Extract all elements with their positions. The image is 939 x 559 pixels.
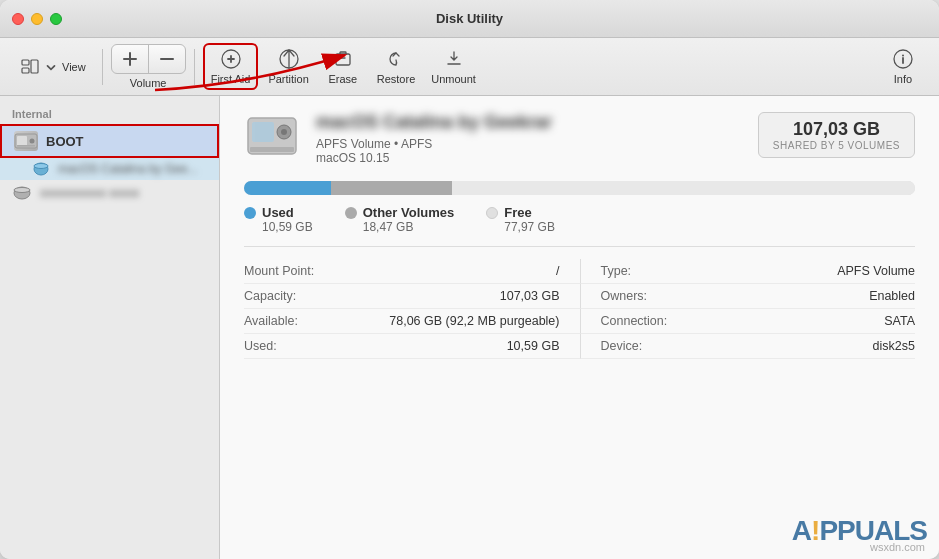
connection-label: Connection: — [601, 314, 668, 328]
mount-point-value: / — [556, 264, 559, 278]
capacity-label: Capacity: — [244, 289, 296, 303]
first-aid-icon — [220, 48, 242, 70]
first-aid-label: First Aid — [211, 73, 251, 85]
sidebar-volume-label: macOS Catalina by Gee... — [58, 162, 197, 176]
sidebar-item-extra[interactable]: xxxxxxxxxxx xxxxx — [0, 180, 219, 206]
detail-sub1: APFS Volume • APFS — [316, 137, 742, 151]
maximize-button[interactable] — [50, 13, 62, 25]
sidebar-disk-label: BOOT — [46, 134, 84, 149]
detail-size-box: 107,03 GB SHARED BY 5 VOLUMES — [758, 112, 915, 158]
detail-panel: macOS Catalina by Geekrar APFS Volume • … — [220, 96, 939, 559]
detail-name: macOS Catalina by Geekrar — [316, 112, 742, 133]
free-value: 77,97 GB — [504, 220, 555, 234]
chevron-down-icon — [44, 60, 58, 74]
mount-point-label: Mount Point: — [244, 264, 314, 278]
connection-value: SATA — [884, 314, 915, 328]
erase-label: Erase — [328, 73, 357, 85]
view-label: View — [62, 61, 86, 73]
volume-icon-extra — [12, 185, 32, 201]
info-icon — [892, 48, 914, 70]
capacity-row: Capacity: 107,03 GB — [244, 284, 580, 309]
sidebar: Internal BOOT — [0, 96, 220, 559]
info-button[interactable]: Info — [879, 44, 927, 89]
erase-button[interactable]: Erase — [319, 44, 367, 89]
view-button[interactable]: View — [12, 53, 94, 81]
wsxdn-watermark: wsxdn.com — [870, 537, 925, 555]
disk-drive-icon — [14, 131, 38, 151]
used-row: Used: 10,59 GB — [244, 334, 580, 359]
partition-label: Partition — [268, 73, 308, 85]
free-dot — [486, 207, 498, 219]
type-row: Type: APFS Volume — [580, 259, 916, 284]
progress-used-bar — [244, 181, 331, 195]
used-dot — [244, 207, 256, 219]
progress-other-bar — [331, 181, 452, 195]
minus-icon — [157, 49, 177, 69]
owners-row: Owners: Enabled — [580, 284, 916, 309]
volume-remove-button[interactable] — [149, 45, 185, 73]
svg-point-19 — [281, 129, 287, 135]
restore-icon — [385, 48, 407, 70]
sidebar-extra-label: xxxxxxxxxxx xxxxx — [40, 186, 139, 200]
detail-size-shared: SHARED BY 5 VOLUMES — [773, 140, 900, 151]
volume-add-button[interactable] — [112, 45, 149, 73]
used-field-value: 10,59 GB — [507, 339, 560, 353]
volume-label: Volume — [130, 77, 167, 89]
main-content: Internal BOOT — [0, 96, 939, 559]
first-aid-button[interactable]: First Aid — [203, 43, 259, 90]
legend-free: Free 77,97 GB — [486, 205, 555, 234]
toolbar: View Volume — [0, 38, 939, 96]
svg-rect-9 — [17, 136, 27, 146]
legend-other: Other Volumes 18,47 GB — [345, 205, 455, 234]
partition-icon — [278, 48, 300, 70]
other-label: Other Volumes — [363, 205, 455, 220]
available-label: Available: — [244, 314, 298, 328]
erase-icon — [332, 48, 354, 70]
restore-button[interactable]: Restore — [371, 44, 422, 89]
available-row: Available: 78,06 GB (92,2 MB purgeable) — [244, 309, 580, 334]
close-button[interactable] — [12, 13, 24, 25]
legend-row: Used 10,59 GB Other Volumes 18,47 GB — [244, 205, 915, 234]
device-row: Device: disk2s5 — [580, 334, 916, 359]
used-legend-text: Used 10,59 GB — [262, 205, 313, 234]
svg-rect-5 — [336, 54, 350, 65]
disk-detail-icon — [244, 112, 300, 160]
minimize-button[interactable] — [31, 13, 43, 25]
available-value: 78,06 GB (92,2 MB purgeable) — [389, 314, 559, 328]
main-window: Disk Utility View — [0, 0, 939, 559]
titlebar: Disk Utility — [0, 0, 939, 38]
sidebar-item-volume[interactable]: macOS Catalina by Gee... — [0, 158, 219, 180]
details-col-left: Mount Point: / Capacity: 107,03 GB Avail… — [244, 259, 580, 359]
device-label: Device: — [601, 339, 643, 353]
used-label: Used — [262, 205, 313, 220]
details-col-right: Type: APFS Volume Owners: Enabled Connec… — [580, 259, 916, 359]
sidebar-item-boot[interactable]: BOOT — [0, 124, 219, 158]
free-label: Free — [504, 205, 555, 220]
used-value: 10,59 GB — [262, 220, 313, 234]
details-grid: Mount Point: / Capacity: 107,03 GB Avail… — [244, 259, 915, 359]
partition-button[interactable]: Partition — [262, 44, 314, 89]
sidebar-section-internal: Internal — [0, 104, 219, 124]
svg-rect-2 — [31, 60, 38, 73]
first-aid-group: First Aid — [203, 43, 259, 90]
other-legend-text: Other Volumes 18,47 GB — [363, 205, 455, 234]
type-label: Type: — [601, 264, 632, 278]
unmount-button[interactable]: Unmount — [425, 44, 482, 89]
owners-value: Enabled — [869, 289, 915, 303]
free-legend-text: Free 77,97 GB — [504, 205, 555, 234]
traffic-lights — [12, 13, 62, 25]
used-field-label: Used: — [244, 339, 277, 353]
other-value: 18,47 GB — [363, 220, 455, 234]
plus-icon — [120, 49, 140, 69]
view-icon — [20, 57, 40, 77]
capacity-value: 107,03 GB — [500, 289, 560, 303]
restore-label: Restore — [377, 73, 416, 85]
svg-point-7 — [902, 55, 904, 57]
svg-point-13 — [34, 164, 48, 169]
svg-point-10 — [30, 139, 35, 144]
detail-info: macOS Catalina by Geekrar APFS Volume • … — [316, 112, 742, 165]
legend-used: Used 10,59 GB — [244, 205, 313, 234]
progress-bar — [244, 181, 915, 195]
volume-icon-small — [32, 161, 50, 177]
progress-section: Used 10,59 GB Other Volumes 18,47 GB — [244, 181, 915, 234]
